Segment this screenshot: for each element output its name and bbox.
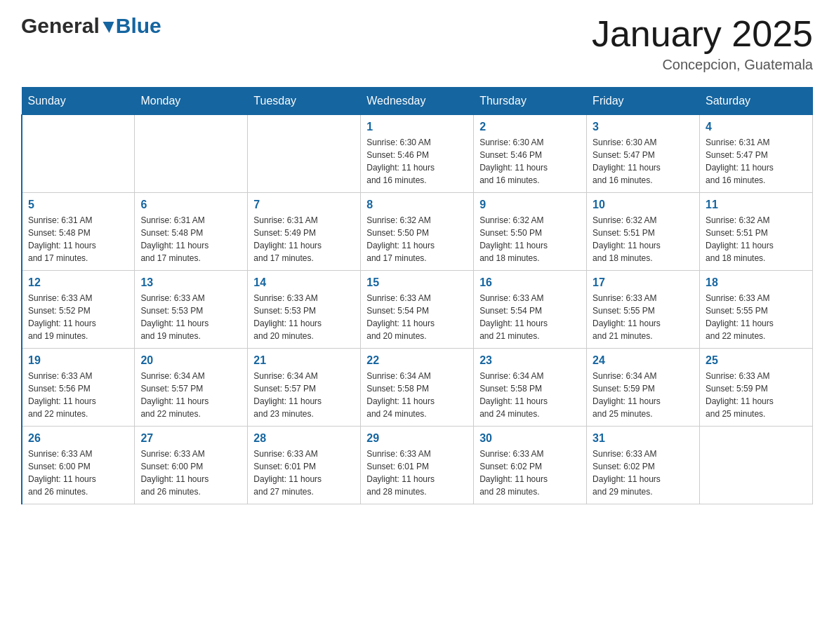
calendar-cell: 20Sunrise: 6:34 AMSunset: 5:57 PMDayligh… xyxy=(135,349,248,427)
day-header-saturday: Saturday xyxy=(700,88,813,115)
calendar-cell: 6Sunrise: 6:31 AMSunset: 5:48 PMDaylight… xyxy=(135,193,248,271)
calendar-cell: 8Sunrise: 6:32 AMSunset: 5:50 PMDaylight… xyxy=(361,193,474,271)
calendar-week-row: 5Sunrise: 6:31 AMSunset: 5:48 PMDaylight… xyxy=(22,193,813,271)
calendar-cell: 26Sunrise: 6:33 AMSunset: 6:00 PMDayligh… xyxy=(22,427,135,504)
logo-arrow-icon xyxy=(100,22,114,33)
calendar-cell: 23Sunrise: 6:34 AMSunset: 5:58 PMDayligh… xyxy=(474,349,587,427)
day-info: Sunrise: 6:33 AMSunset: 5:56 PMDaylight:… xyxy=(28,370,128,420)
day-number: 28 xyxy=(253,432,355,445)
day-number: 5 xyxy=(28,199,128,211)
day-info: Sunrise: 6:33 AMSunset: 5:54 PMDaylight:… xyxy=(479,292,581,342)
day-number: 25 xyxy=(706,354,807,367)
calendar-cell: 2Sunrise: 6:30 AMSunset: 5:46 PMDaylight… xyxy=(474,115,587,193)
day-number: 20 xyxy=(140,354,241,367)
day-header-friday: Friday xyxy=(587,88,700,115)
day-number: 30 xyxy=(479,432,581,445)
day-info: Sunrise: 6:30 AMSunset: 5:46 PMDaylight:… xyxy=(366,136,468,187)
day-number: 12 xyxy=(28,276,128,289)
day-info: Sunrise: 6:34 AMSunset: 5:58 PMDaylight:… xyxy=(366,370,468,420)
day-info: Sunrise: 6:33 AMSunset: 6:01 PMDaylight:… xyxy=(366,448,468,498)
day-info: Sunrise: 6:33 AMSunset: 6:00 PMDaylight:… xyxy=(28,448,128,498)
day-number: 1 xyxy=(366,121,468,133)
day-number: 7 xyxy=(253,199,355,211)
calendar-cell: 31Sunrise: 6:33 AMSunset: 6:02 PMDayligh… xyxy=(587,427,700,504)
day-info: Sunrise: 6:32 AMSunset: 5:51 PMDaylight:… xyxy=(706,214,807,264)
day-number: 9 xyxy=(479,199,581,211)
calendar-cell: 14Sunrise: 6:33 AMSunset: 5:53 PMDayligh… xyxy=(248,271,361,349)
calendar-week-row: 12Sunrise: 6:33 AMSunset: 5:52 PMDayligh… xyxy=(22,271,813,349)
calendar-cell: 25Sunrise: 6:33 AMSunset: 5:59 PMDayligh… xyxy=(700,349,813,427)
day-number: 6 xyxy=(140,199,241,211)
calendar-cell: 24Sunrise: 6:34 AMSunset: 5:59 PMDayligh… xyxy=(587,349,700,427)
calendar-cell: 5Sunrise: 6:31 AMSunset: 5:48 PMDaylight… xyxy=(22,193,135,271)
day-header-tuesday: Tuesday xyxy=(248,88,361,115)
calendar-week-row: 26Sunrise: 6:33 AMSunset: 6:00 PMDayligh… xyxy=(22,427,813,504)
day-header-thursday: Thursday xyxy=(474,88,587,115)
calendar-cell: 11Sunrise: 6:32 AMSunset: 5:51 PMDayligh… xyxy=(700,193,813,271)
day-number: 15 xyxy=(366,276,468,289)
day-info: Sunrise: 6:34 AMSunset: 5:57 PMDaylight:… xyxy=(140,370,241,420)
day-number: 8 xyxy=(366,199,468,211)
logo-general: General xyxy=(21,14,100,38)
day-number: 10 xyxy=(593,199,694,211)
day-info: Sunrise: 6:32 AMSunset: 5:50 PMDaylight:… xyxy=(366,214,468,264)
day-number: 16 xyxy=(479,276,581,289)
day-number: 13 xyxy=(140,276,241,289)
day-info: Sunrise: 6:31 AMSunset: 5:49 PMDaylight:… xyxy=(253,214,355,264)
calendar-cell xyxy=(248,115,361,193)
calendar-cell: 21Sunrise: 6:34 AMSunset: 5:57 PMDayligh… xyxy=(248,349,361,427)
day-number: 14 xyxy=(253,276,355,289)
calendar-header-row: SundayMondayTuesdayWednesdayThursdayFrid… xyxy=(22,88,813,115)
calendar-cell: 27Sunrise: 6:33 AMSunset: 6:00 PMDayligh… xyxy=(135,427,248,504)
day-header-wednesday: Wednesday xyxy=(361,88,474,115)
calendar-cell: 9Sunrise: 6:32 AMSunset: 5:50 PMDaylight… xyxy=(474,193,587,271)
day-info: Sunrise: 6:33 AMSunset: 5:53 PMDaylight:… xyxy=(253,292,355,342)
calendar-cell: 15Sunrise: 6:33 AMSunset: 5:54 PMDayligh… xyxy=(361,271,474,349)
day-number: 26 xyxy=(28,432,128,445)
day-info: Sunrise: 6:33 AMSunset: 6:01 PMDaylight:… xyxy=(253,448,355,498)
day-number: 31 xyxy=(593,432,694,445)
calendar: SundayMondayTuesdayWednesdayThursdayFrid… xyxy=(21,87,813,504)
day-info: Sunrise: 6:33 AMSunset: 5:54 PMDaylight:… xyxy=(366,292,468,342)
day-number: 29 xyxy=(366,432,468,445)
day-info: Sunrise: 6:34 AMSunset: 5:58 PMDaylight:… xyxy=(479,370,581,420)
calendar-cell: 10Sunrise: 6:32 AMSunset: 5:51 PMDayligh… xyxy=(587,193,700,271)
header-right: January 2025 Concepcion, Guatemala xyxy=(592,14,813,73)
day-number: 18 xyxy=(706,276,807,289)
day-info: Sunrise: 6:33 AMSunset: 5:52 PMDaylight:… xyxy=(28,292,128,342)
calendar-cell xyxy=(135,115,248,193)
day-info: Sunrise: 6:32 AMSunset: 5:50 PMDaylight:… xyxy=(479,214,581,264)
day-info: Sunrise: 6:33 AMSunset: 5:55 PMDaylight:… xyxy=(706,292,807,342)
calendar-cell: 7Sunrise: 6:31 AMSunset: 5:49 PMDaylight… xyxy=(248,193,361,271)
calendar-cell: 28Sunrise: 6:33 AMSunset: 6:01 PMDayligh… xyxy=(248,427,361,504)
calendar-cell: 4Sunrise: 6:31 AMSunset: 5:47 PMDaylight… xyxy=(700,115,813,193)
calendar-cell: 13Sunrise: 6:33 AMSunset: 5:53 PMDayligh… xyxy=(135,271,248,349)
calendar-cell xyxy=(22,115,135,193)
month-title: January 2025 xyxy=(592,14,813,54)
day-info: Sunrise: 6:31 AMSunset: 5:48 PMDaylight:… xyxy=(140,214,241,264)
day-info: Sunrise: 6:31 AMSunset: 5:47 PMDaylight:… xyxy=(706,136,807,187)
calendar-cell: 1Sunrise: 6:30 AMSunset: 5:46 PMDaylight… xyxy=(361,115,474,193)
day-info: Sunrise: 6:33 AMSunset: 6:00 PMDaylight:… xyxy=(140,448,241,498)
day-number: 22 xyxy=(366,354,468,367)
calendar-cell xyxy=(700,427,813,504)
calendar-cell: 18Sunrise: 6:33 AMSunset: 5:55 PMDayligh… xyxy=(700,271,813,349)
calendar-cell: 17Sunrise: 6:33 AMSunset: 5:55 PMDayligh… xyxy=(587,271,700,349)
day-info: Sunrise: 6:30 AMSunset: 5:47 PMDaylight:… xyxy=(593,136,694,187)
day-number: 2 xyxy=(479,121,581,133)
logo: General Blue xyxy=(21,14,161,38)
day-number: 21 xyxy=(253,354,355,367)
day-info: Sunrise: 6:33 AMSunset: 6:02 PMDaylight:… xyxy=(479,448,581,498)
day-info: Sunrise: 6:32 AMSunset: 5:51 PMDaylight:… xyxy=(593,214,694,264)
day-info: Sunrise: 6:34 AMSunset: 5:57 PMDaylight:… xyxy=(253,370,355,420)
calendar-cell: 3Sunrise: 6:30 AMSunset: 5:47 PMDaylight… xyxy=(587,115,700,193)
location: Concepcion, Guatemala xyxy=(592,57,813,73)
calendar-cell: 12Sunrise: 6:33 AMSunset: 5:52 PMDayligh… xyxy=(22,271,135,349)
calendar-cell: 29Sunrise: 6:33 AMSunset: 6:01 PMDayligh… xyxy=(361,427,474,504)
day-info: Sunrise: 6:33 AMSunset: 5:59 PMDaylight:… xyxy=(706,370,807,420)
day-number: 24 xyxy=(593,354,694,367)
day-number: 3 xyxy=(593,121,694,133)
calendar-cell: 19Sunrise: 6:33 AMSunset: 5:56 PMDayligh… xyxy=(22,349,135,427)
calendar-cell: 22Sunrise: 6:34 AMSunset: 5:58 PMDayligh… xyxy=(361,349,474,427)
day-number: 11 xyxy=(706,199,807,211)
